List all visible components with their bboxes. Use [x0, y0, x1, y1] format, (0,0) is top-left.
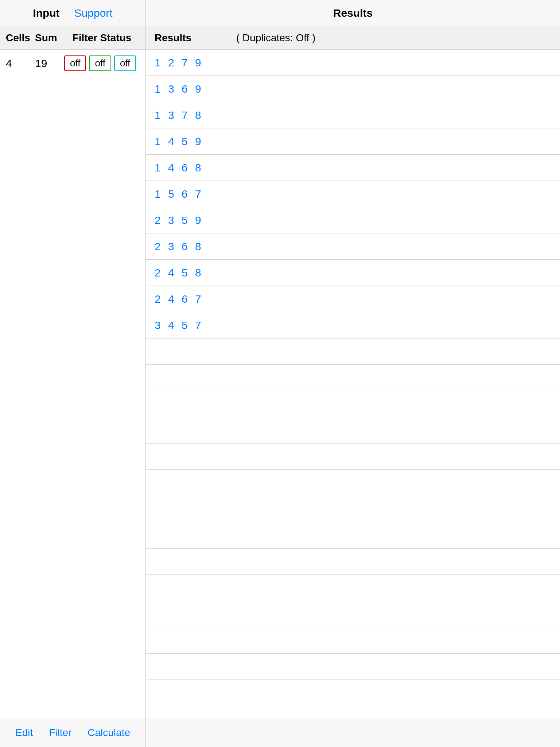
sum-value: 19: [35, 57, 64, 70]
result-item-empty: [146, 338, 560, 365]
data-row: 4 19 off off off: [0, 50, 145, 77]
result-item-empty: [146, 654, 560, 680]
result-item-empty: [146, 601, 560, 627]
filter-badges: off off off: [64, 55, 136, 71]
left-toolbar: Edit Filter Calculate: [0, 718, 146, 747]
result-item-empty: [146, 365, 560, 391]
result-value: 2 3 6 8: [155, 240, 203, 253]
result-item-empty: [146, 470, 560, 496]
support-link[interactable]: Support: [74, 7, 113, 19]
result-item[interactable]: 2 3 6 8: [146, 233, 560, 260]
result-item[interactable]: 1 5 6 7: [146, 181, 560, 207]
result-item-empty: [146, 496, 560, 522]
result-value: 1 5 6 7: [155, 188, 203, 200]
main-content: Cells Sum Filter Status 4 19 off off off…: [0, 26, 560, 718]
result-item-empty: [146, 680, 560, 706]
filter-badge-green[interactable]: off: [89, 55, 111, 71]
result-item[interactable]: 3 4 5 7: [146, 312, 560, 338]
left-panel: Cells Sum Filter Status 4 19 off off off: [0, 26, 146, 718]
result-item-empty: [146, 627, 560, 654]
result-value: 1 4 5 9: [155, 135, 203, 148]
edit-button[interactable]: Edit: [15, 727, 33, 739]
results-header: Results ( Duplicates: Off ): [146, 26, 560, 50]
result-item[interactable]: 1 4 5 9: [146, 128, 560, 155]
filter-badge-cyan[interactable]: off: [114, 55, 136, 71]
column-headers: Cells Sum Filter Status: [0, 26, 145, 50]
left-panel-header: Input Support: [0, 0, 146, 26]
result-item[interactable]: 1 4 6 8: [146, 155, 560, 181]
result-value: 1 3 7 8: [155, 109, 203, 121]
right-panel: Results ( Duplicates: Off ) 1 2 7 91 3 6…: [146, 26, 560, 718]
result-item-empty: [146, 444, 560, 470]
result-value: 2 3 5 9: [155, 214, 203, 227]
result-value: 1 4 6 8: [155, 162, 203, 174]
right-panel-header: Results: [146, 0, 560, 26]
cells-col-header: Cells: [6, 32, 35, 44]
results-title: Results: [333, 7, 373, 19]
top-header: Input Support Results: [0, 0, 560, 26]
result-value: 1 3 6 9: [155, 83, 203, 95]
result-item-empty: [146, 575, 560, 601]
result-item[interactable]: 1 2 7 9: [146, 50, 560, 76]
filter-badge-red[interactable]: off: [64, 55, 86, 71]
filter-status-col-header: Filter Status: [64, 32, 140, 44]
result-item[interactable]: 1 3 6 9: [146, 76, 560, 102]
duplicates-label: ( Duplicates: Off ): [236, 32, 315, 44]
result-item-empty: [146, 417, 560, 444]
result-item[interactable]: 2 3 5 9: [146, 207, 560, 233]
bottom-toolbar: Edit Filter Calculate: [0, 718, 560, 747]
results-col-label: Results: [155, 32, 228, 44]
results-list: 1 2 7 91 3 6 91 3 7 81 4 5 91 4 6 81 5 6…: [146, 50, 560, 718]
result-value: 2 4 6 7: [155, 293, 203, 305]
calculate-button[interactable]: Calculate: [88, 727, 130, 739]
result-value: 1 2 7 9: [155, 57, 203, 69]
result-item[interactable]: 1 3 7 8: [146, 102, 560, 128]
result-value: 3 4 5 7: [155, 319, 203, 332]
filter-button[interactable]: Filter: [49, 727, 71, 739]
result-item-empty: [146, 391, 560, 417]
right-toolbar: [146, 718, 560, 747]
sum-col-header: Sum: [35, 32, 64, 44]
cells-value: 4: [6, 57, 35, 70]
input-title: Input: [33, 7, 59, 19]
result-item-empty: [146, 522, 560, 549]
result-value: 2 4 5 8: [155, 267, 203, 279]
result-item[interactable]: 2 4 6 7: [146, 286, 560, 312]
result-item-empty: [146, 549, 560, 575]
result-item[interactable]: 2 4 5 8: [146, 260, 560, 286]
